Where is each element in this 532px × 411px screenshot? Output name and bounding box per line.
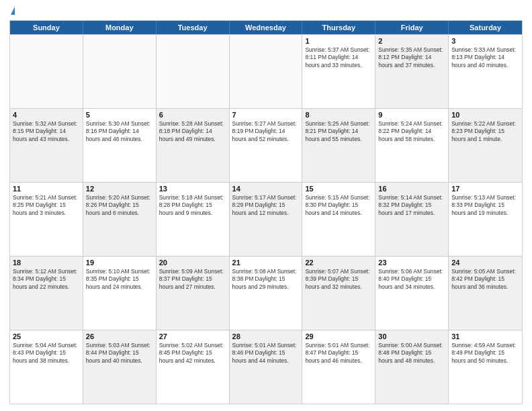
calendar-cell-31: 31Sunrise: 4:59 AM Sunset: 8:49 PM Dayli…	[449, 330, 522, 404]
day-number: 13	[159, 185, 226, 193]
calendar-cell-23: 23Sunrise: 5:06 AM Sunset: 8:40 PM Dayli…	[375, 257, 449, 330]
calendar-cell-12: 12Sunrise: 5:20 AM Sunset: 8:26 PM Dayli…	[83, 183, 157, 256]
calendar-cell-14: 14Sunrise: 5:17 AM Sunset: 8:29 PM Dayli…	[230, 183, 303, 256]
day-info: Sunrise: 5:37 AM Sunset: 8:11 PM Dayligh…	[305, 46, 372, 69]
calendar-header-sunday: Sunday	[10, 21, 83, 34]
calendar-cell-21: 21Sunrise: 5:08 AM Sunset: 8:38 PM Dayli…	[230, 257, 303, 330]
calendar-cell-19: 19Sunrise: 5:10 AM Sunset: 8:35 PM Dayli…	[83, 257, 157, 330]
day-info: Sunrise: 5:01 AM Sunset: 8:47 PM Dayligh…	[305, 342, 372, 365]
day-number: 14	[232, 185, 300, 193]
day-info: Sunrise: 5:32 AM Sunset: 8:15 PM Dayligh…	[13, 120, 80, 143]
day-info: Sunrise: 5:13 AM Sunset: 8:33 PM Dayligh…	[451, 194, 519, 217]
day-number: 17	[451, 185, 519, 193]
day-info: Sunrise: 5:27 AM Sunset: 8:19 PM Dayligh…	[232, 120, 300, 143]
calendar-cell-28: 28Sunrise: 5:01 AM Sunset: 8:46 PM Dayli…	[230, 330, 303, 404]
calendar-row-0: 1Sunrise: 5:37 AM Sunset: 8:11 PM Daylig…	[10, 34, 522, 108]
calendar-cell-24: 24Sunrise: 5:05 AM Sunset: 8:42 PM Dayli…	[449, 257, 522, 330]
calendar-cell-2: 2Sunrise: 5:35 AM Sunset: 8:12 PM Daylig…	[375, 35, 449, 108]
calendar-cell-29: 29Sunrise: 5:01 AM Sunset: 8:47 PM Dayli…	[302, 330, 375, 404]
day-number: 7	[232, 111, 300, 119]
day-number: 20	[159, 259, 226, 267]
day-number: 6	[159, 111, 226, 119]
calendar-cell-4: 4Sunrise: 5:32 AM Sunset: 8:15 PM Daylig…	[10, 109, 83, 182]
day-info: Sunrise: 5:12 AM Sunset: 8:34 PM Dayligh…	[13, 268, 80, 291]
calendar-cell-15: 15Sunrise: 5:15 AM Sunset: 8:30 PM Dayli…	[302, 183, 375, 256]
day-number: 29	[305, 332, 372, 340]
header	[9, 7, 523, 16]
day-info: Sunrise: 5:17 AM Sunset: 8:29 PM Dayligh…	[232, 194, 300, 217]
calendar-cell-empty	[230, 35, 303, 108]
day-info: Sunrise: 5:06 AM Sunset: 8:40 PM Dayligh…	[378, 268, 445, 291]
day-info: Sunrise: 5:14 AM Sunset: 8:32 PM Dayligh…	[378, 194, 445, 217]
day-number: 4	[13, 111, 80, 119]
day-number: 11	[13, 185, 80, 193]
day-number: 16	[378, 185, 445, 193]
day-number: 25	[13, 332, 80, 340]
day-number: 23	[378, 259, 445, 267]
calendar-cell-25: 25Sunrise: 5:04 AM Sunset: 8:43 PM Dayli…	[10, 330, 83, 404]
calendar-cell-9: 9Sunrise: 5:24 AM Sunset: 8:22 PM Daylig…	[375, 109, 449, 182]
calendar-header-friday: Friday	[375, 21, 449, 34]
calendar-cell-11: 11Sunrise: 5:21 AM Sunset: 8:25 PM Dayli…	[10, 183, 83, 256]
calendar-header-tuesday: Tuesday	[157, 21, 230, 34]
calendar-cell-7: 7Sunrise: 5:27 AM Sunset: 8:19 PM Daylig…	[230, 109, 303, 182]
day-info: Sunrise: 5:07 AM Sunset: 8:39 PM Dayligh…	[305, 268, 372, 291]
calendar-header-wednesday: Wednesday	[230, 21, 303, 34]
day-info: Sunrise: 5:04 AM Sunset: 8:43 PM Dayligh…	[13, 342, 80, 365]
day-info: Sunrise: 5:22 AM Sunset: 8:23 PM Dayligh…	[451, 120, 519, 143]
day-info: Sunrise: 5:21 AM Sunset: 8:25 PM Dayligh…	[13, 194, 80, 217]
day-info: Sunrise: 5:02 AM Sunset: 8:45 PM Dayligh…	[159, 342, 226, 365]
day-number: 26	[86, 332, 153, 340]
day-info: Sunrise: 5:09 AM Sunset: 8:37 PM Dayligh…	[159, 268, 226, 291]
day-info: Sunrise: 4:59 AM Sunset: 8:49 PM Dayligh…	[451, 342, 519, 365]
day-info: Sunrise: 5:05 AM Sunset: 8:42 PM Dayligh…	[451, 268, 519, 291]
day-info: Sunrise: 5:24 AM Sunset: 8:22 PM Dayligh…	[378, 120, 445, 143]
day-info: Sunrise: 5:20 AM Sunset: 8:26 PM Dayligh…	[86, 194, 153, 217]
day-number: 19	[86, 259, 153, 267]
calendar-cell-30: 30Sunrise: 5:00 AM Sunset: 8:48 PM Dayli…	[375, 330, 449, 404]
logo	[9, 7, 15, 16]
day-info: Sunrise: 5:03 AM Sunset: 8:44 PM Dayligh…	[86, 342, 153, 365]
day-number: 9	[378, 111, 445, 119]
calendar-header-saturday: Saturday	[449, 21, 522, 34]
day-number: 15	[305, 185, 372, 193]
calendar-cell-22: 22Sunrise: 5:07 AM Sunset: 8:39 PM Dayli…	[302, 257, 375, 330]
day-number: 31	[451, 332, 519, 340]
calendar-cell-18: 18Sunrise: 5:12 AM Sunset: 8:34 PM Dayli…	[10, 257, 83, 330]
calendar: SundayMondayTuesdayWednesdayThursdayFrid…	[9, 20, 523, 404]
day-number: 2	[378, 37, 445, 45]
logo-icon	[11, 7, 15, 15]
calendar-cell-10: 10Sunrise: 5:22 AM Sunset: 8:23 PM Dayli…	[449, 109, 522, 182]
calendar-row-2: 11Sunrise: 5:21 AM Sunset: 8:25 PM Dayli…	[10, 182, 522, 256]
day-number: 30	[378, 332, 445, 340]
calendar-cell-empty	[83, 35, 157, 108]
day-number: 21	[232, 259, 300, 267]
day-number: 22	[305, 259, 372, 267]
calendar-row-3: 18Sunrise: 5:12 AM Sunset: 8:34 PM Dayli…	[10, 256, 522, 330]
calendar-cell-27: 27Sunrise: 5:02 AM Sunset: 8:45 PM Dayli…	[157, 330, 230, 404]
calendar-cell-16: 16Sunrise: 5:14 AM Sunset: 8:32 PM Dayli…	[375, 183, 449, 256]
day-info: Sunrise: 5:01 AM Sunset: 8:46 PM Dayligh…	[232, 342, 300, 365]
calendar-cell-13: 13Sunrise: 5:18 AM Sunset: 8:28 PM Dayli…	[157, 183, 230, 256]
calendar-cell-3: 3Sunrise: 5:33 AM Sunset: 8:13 PM Daylig…	[449, 35, 522, 108]
day-info: Sunrise: 5:35 AM Sunset: 8:12 PM Dayligh…	[378, 46, 445, 69]
day-number: 5	[86, 111, 153, 119]
calendar-header-monday: Monday	[83, 21, 157, 34]
calendar-cell-empty	[157, 35, 230, 108]
calendar-cell-1: 1Sunrise: 5:37 AM Sunset: 8:11 PM Daylig…	[302, 35, 375, 108]
day-info: Sunrise: 5:18 AM Sunset: 8:28 PM Dayligh…	[159, 194, 226, 217]
calendar-cell-5: 5Sunrise: 5:30 AM Sunset: 8:16 PM Daylig…	[83, 109, 157, 182]
day-number: 18	[13, 259, 80, 267]
day-number: 3	[451, 37, 519, 45]
day-info: Sunrise: 5:33 AM Sunset: 8:13 PM Dayligh…	[451, 46, 519, 69]
day-number: 27	[159, 332, 226, 340]
day-info: Sunrise: 5:15 AM Sunset: 8:30 PM Dayligh…	[305, 194, 372, 217]
calendar-cell-17: 17Sunrise: 5:13 AM Sunset: 8:33 PM Dayli…	[449, 183, 522, 256]
calendar-cell-empty	[10, 35, 83, 108]
calendar-cell-8: 8Sunrise: 5:25 AM Sunset: 8:21 PM Daylig…	[302, 109, 375, 182]
calendar-row-1: 4Sunrise: 5:32 AM Sunset: 8:15 PM Daylig…	[10, 108, 522, 182]
day-info: Sunrise: 5:30 AM Sunset: 8:16 PM Dayligh…	[86, 120, 153, 143]
calendar-cell-6: 6Sunrise: 5:28 AM Sunset: 8:18 PM Daylig…	[157, 109, 230, 182]
day-number: 1	[305, 37, 372, 45]
calendar-header-thursday: Thursday	[302, 21, 375, 34]
